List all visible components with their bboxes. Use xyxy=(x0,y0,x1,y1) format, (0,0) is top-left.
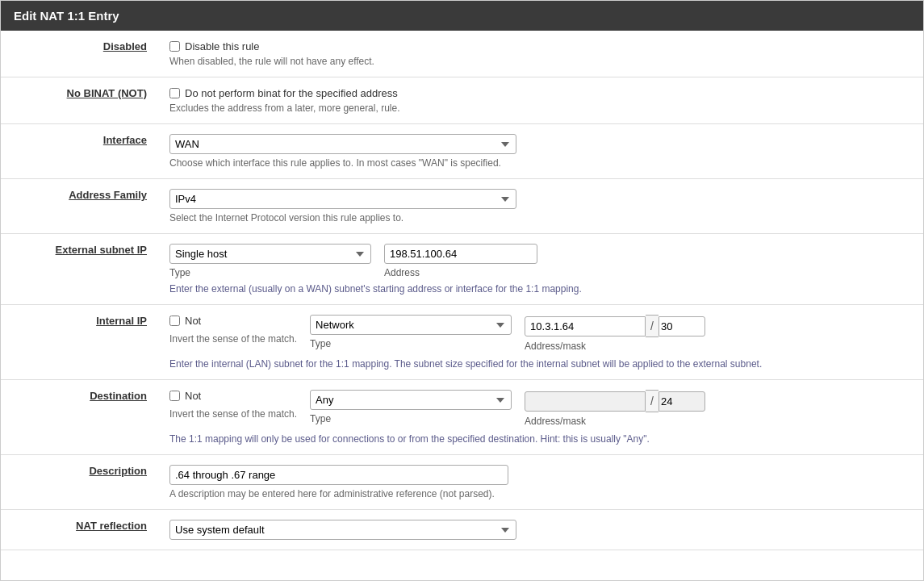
destination-type-group: Any Network Single host Type xyxy=(310,390,512,424)
destination-address-input[interactable] xyxy=(525,391,646,412)
internal-ip-row: Internal IP Not Invert the sense of the … xyxy=(1,305,923,380)
internal-ip-content: Not Invert the sense of the match. Netwo… xyxy=(158,305,923,380)
description-input[interactable] xyxy=(169,465,508,485)
external-type-label: Type xyxy=(169,267,371,278)
internal-address-label: Address/mask xyxy=(525,341,705,352)
destination-not-checkbox-row: Not xyxy=(169,390,297,402)
internal-not-checkbox-row: Not xyxy=(169,315,297,327)
external-address-group: Address xyxy=(384,244,537,278)
address-family-label: Address Family xyxy=(1,179,158,234)
destination-address-group: / 24 30 16 8 32 Address/mask xyxy=(525,390,705,427)
destination-help: The 1:1 mapping will only be used for co… xyxy=(169,433,912,445)
disabled-content: Disable this rule When disabled, the rul… xyxy=(158,31,923,77)
no-binat-help: Excludes the address from a later, more … xyxy=(169,102,912,114)
destination-row-inline: Not Invert the sense of the match. Any N… xyxy=(169,390,912,427)
internal-address-mask-group: / 30 24 16 8 32 31 29 28 27 xyxy=(525,315,705,337)
internal-ip-help: Enter the internal (LAN) subnet for the … xyxy=(169,358,912,370)
edit-nat-panel: Edit NAT 1:1 Entry Disabled Disable this… xyxy=(0,0,924,581)
internal-type-label: Type xyxy=(310,338,512,349)
external-row-inline: Single host Network Interface Type Addre… xyxy=(169,244,912,278)
no-binat-row: No BINAT (NOT) Do not perform binat for … xyxy=(1,77,923,124)
destination-not-checkbox[interactable] xyxy=(169,391,180,401)
internal-address-group: / 30 24 16 8 32 31 29 28 27 xyxy=(525,315,705,352)
internal-not-help: Invert the sense of the match. xyxy=(169,333,297,345)
external-address-input[interactable] xyxy=(384,244,537,264)
internal-row-inline: Not Invert the sense of the match. Netwo… xyxy=(169,315,912,352)
disabled-checkbox-row: Disable this rule xyxy=(169,40,912,52)
destination-type-label: Type xyxy=(310,413,512,424)
internal-not-checkbox[interactable] xyxy=(169,316,180,326)
address-family-row: Address Family IPv4 IPv6 IPv4+IPv6 Selec… xyxy=(1,179,923,234)
internal-ip-label: Internal IP xyxy=(1,305,158,380)
no-binat-checkbox[interactable] xyxy=(169,88,180,98)
disabled-label: Disabled xyxy=(1,31,158,77)
interface-select[interactable]: WAN LAN OPT1 xyxy=(169,134,516,154)
destination-type-select[interactable]: Any Network Single host xyxy=(310,390,512,410)
internal-type-group: Network Single host Interface Type xyxy=(310,315,512,349)
interface-content: WAN LAN OPT1 Choose which interface this… xyxy=(158,124,923,179)
nat-reflection-content: Use system default Enable Disable xyxy=(158,510,923,550)
panel-title: Edit NAT 1:1 Entry xyxy=(1,1,923,31)
disabled-checkbox-label[interactable]: Disable this rule xyxy=(185,40,260,52)
address-family-help: Select the Internet Protocol version thi… xyxy=(169,212,912,224)
internal-address-input[interactable] xyxy=(525,316,646,336)
external-subnet-help: Enter the external (usually on a WAN) su… xyxy=(169,283,912,295)
destination-label: Destination xyxy=(1,380,158,455)
description-content: A description may be entered here for ad… xyxy=(158,455,923,510)
destination-not-help: Invert the sense of the match. xyxy=(169,408,297,420)
address-family-content: IPv4 IPv6 IPv4+IPv6 Select the Internet … xyxy=(158,179,923,234)
interface-help: Choose which interface this rule applies… xyxy=(169,157,912,169)
external-type-group: Single host Network Interface Type xyxy=(169,244,371,278)
external-subnet-row: External subnet IP Single host Network I… xyxy=(1,234,923,305)
destination-row: Destination Not Invert the sense of the … xyxy=(1,380,923,455)
nat-reflection-select[interactable]: Use system default Enable Disable xyxy=(169,520,516,540)
external-subnet-label: External subnet IP xyxy=(1,234,158,305)
description-row: Description A description may be entered… xyxy=(1,455,923,510)
disabled-checkbox[interactable] xyxy=(169,41,180,52)
disabled-help: When disabled, the rule will not have an… xyxy=(169,56,912,67)
nat-reflection-row: NAT reflection Use system default Enable… xyxy=(1,510,923,550)
internal-type-select[interactable]: Network Single host Interface xyxy=(310,315,512,335)
destination-mask-select[interactable]: 24 30 16 8 32 xyxy=(659,391,705,412)
interface-label: Interface xyxy=(1,124,158,179)
internal-not-group: Not Invert the sense of the match. xyxy=(169,315,297,345)
disabled-row: Disabled Disable this rule When disabled… xyxy=(1,31,923,77)
form-table: Disabled Disable this rule When disabled… xyxy=(1,31,923,550)
destination-address-label: Address/mask xyxy=(525,416,705,427)
interface-row: Interface WAN LAN OPT1 Choose which inte… xyxy=(1,124,923,179)
address-family-select[interactable]: IPv4 IPv6 IPv4+IPv6 xyxy=(169,189,516,209)
destination-not-group: Not Invert the sense of the match. xyxy=(169,390,297,420)
external-type-select[interactable]: Single host Network Interface xyxy=(169,244,371,264)
no-binat-label: No BINAT (NOT) xyxy=(1,77,158,124)
no-binat-checkbox-label[interactable]: Do not perform binat for the specified a… xyxy=(185,87,398,99)
destination-content: Not Invert the sense of the match. Any N… xyxy=(158,380,923,455)
external-address-label: Address xyxy=(384,267,537,278)
no-binat-checkbox-row: Do not perform binat for the specified a… xyxy=(169,87,912,99)
nat-reflection-label: NAT reflection xyxy=(1,510,158,550)
no-binat-content: Do not perform binat for the specified a… xyxy=(158,77,923,124)
internal-not-label[interactable]: Not xyxy=(185,315,201,327)
external-subnet-content: Single host Network Interface Type Addre… xyxy=(158,234,923,305)
destination-not-label[interactable]: Not xyxy=(185,390,201,402)
description-help: A description may be entered here for ad… xyxy=(169,488,912,499)
dest-slash-icon: / xyxy=(646,390,659,412)
destination-address-mask-group: / 24 30 16 8 32 xyxy=(525,390,705,412)
slash-icon: / xyxy=(646,315,659,337)
description-label: Description xyxy=(1,455,158,510)
internal-mask-select[interactable]: 30 24 16 8 32 31 29 28 27 26 25 xyxy=(659,316,705,336)
